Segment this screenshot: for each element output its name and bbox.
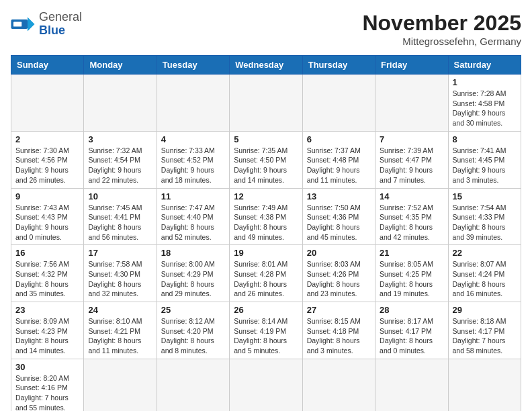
calendar-day-cell: 27Sunrise: 8:15 AM Sunset: 4:18 PM Dayli…: [302, 302, 375, 359]
day-number: 10: [88, 191, 152, 201]
day-number: 18: [161, 248, 225, 258]
day-number: 12: [234, 191, 298, 201]
calendar-day-cell: [157, 75, 229, 132]
day-number: 21: [380, 248, 443, 258]
day-number: 25: [161, 305, 225, 315]
calendar-day-header: Thursday: [302, 56, 375, 75]
calendar-day-cell: 11Sunrise: 7:47 AM Sunset: 4:40 PM Dayli…: [157, 188, 229, 245]
calendar-week-row: 9Sunrise: 7:43 AM Sunset: 4:43 PM Daylig…: [11, 188, 521, 245]
day-info: Sunrise: 7:47 AM Sunset: 4:40 PM Dayligh…: [161, 203, 225, 242]
svg-rect-2: [13, 21, 21, 26]
calendar-day-cell: 30Sunrise: 8:20 AM Sunset: 4:16 PM Dayli…: [11, 359, 84, 411]
calendar-week-row: 30Sunrise: 8:20 AM Sunset: 4:16 PM Dayli…: [11, 359, 521, 411]
calendar-day-header: Saturday: [448, 56, 521, 75]
day-number: 27: [307, 305, 371, 315]
day-info: Sunrise: 8:09 AM Sunset: 4:23 PM Dayligh…: [15, 316, 79, 356]
calendar-day-cell: [375, 75, 448, 132]
month-title: November 2025: [362, 11, 521, 36]
day-info: Sunrise: 7:54 AM Sunset: 4:33 PM Dayligh…: [453, 203, 517, 242]
day-number: 4: [161, 134, 225, 144]
calendar-day-cell: 4Sunrise: 7:33 AM Sunset: 4:52 PM Daylig…: [157, 131, 229, 188]
header: General Blue November 2025 Mittegrossefe…: [11, 11, 521, 47]
day-number: 28: [380, 305, 443, 315]
day-info: Sunrise: 8:18 AM Sunset: 4:17 PM Dayligh…: [453, 316, 517, 356]
day-info: Sunrise: 7:45 AM Sunset: 4:41 PM Dayligh…: [88, 203, 152, 242]
day-info: Sunrise: 7:39 AM Sunset: 4:47 PM Dayligh…: [380, 146, 443, 185]
calendar-day-header: Wednesday: [230, 56, 302, 75]
day-info: Sunrise: 7:50 AM Sunset: 4:36 PM Dayligh…: [307, 203, 371, 242]
calendar-day-cell: [448, 359, 521, 411]
day-info: Sunrise: 8:17 AM Sunset: 4:17 PM Dayligh…: [380, 316, 443, 356]
day-number: 5: [234, 134, 298, 144]
svg-marker-1: [28, 17, 35, 31]
calendar-day-cell: [375, 359, 448, 411]
calendar-day-cell: 16Sunrise: 7:56 AM Sunset: 4:32 PM Dayli…: [11, 245, 84, 302]
calendar-day-cell: 6Sunrise: 7:37 AM Sunset: 4:48 PM Daylig…: [302, 131, 375, 188]
calendar-day-cell: [302, 359, 375, 411]
calendar-day-cell: 22Sunrise: 8:07 AM Sunset: 4:24 PM Dayli…: [448, 245, 521, 302]
calendar-day-cell: 10Sunrise: 7:45 AM Sunset: 4:41 PM Dayli…: [84, 188, 157, 245]
day-info: Sunrise: 7:33 AM Sunset: 4:52 PM Dayligh…: [161, 146, 225, 185]
calendar-day-cell: [230, 75, 302, 132]
location: Mittegrossefehn, Germany: [362, 36, 521, 47]
calendar-day-cell: 29Sunrise: 8:18 AM Sunset: 4:17 PM Dayli…: [448, 302, 521, 359]
calendar-day-cell: 8Sunrise: 7:41 AM Sunset: 4:45 PM Daylig…: [448, 131, 521, 188]
day-number: 8: [453, 134, 517, 144]
day-number: 14: [380, 191, 443, 201]
day-info: Sunrise: 8:10 AM Sunset: 4:21 PM Dayligh…: [88, 316, 152, 356]
calendar-day-cell: [84, 359, 157, 411]
day-info: Sunrise: 8:20 AM Sunset: 4:16 PM Dayligh…: [15, 373, 79, 411]
day-info: Sunrise: 8:15 AM Sunset: 4:18 PM Dayligh…: [307, 316, 371, 356]
calendar-day-cell: 21Sunrise: 8:05 AM Sunset: 4:25 PM Dayli…: [375, 245, 448, 302]
day-info: Sunrise: 7:30 AM Sunset: 4:56 PM Dayligh…: [15, 146, 79, 185]
calendar-day-cell: 28Sunrise: 8:17 AM Sunset: 4:17 PM Dayli…: [375, 302, 448, 359]
day-info: Sunrise: 7:43 AM Sunset: 4:43 PM Dayligh…: [15, 203, 79, 242]
calendar-week-row: 16Sunrise: 7:56 AM Sunset: 4:32 PM Dayli…: [11, 245, 521, 302]
calendar-day-cell: 7Sunrise: 7:39 AM Sunset: 4:47 PM Daylig…: [375, 131, 448, 188]
title-area: November 2025 Mittegrossefehn, Germany: [362, 11, 521, 47]
day-number: 17: [88, 248, 152, 258]
calendar-day-cell: 20Sunrise: 8:03 AM Sunset: 4:26 PM Dayli…: [302, 245, 375, 302]
calendar-day-cell: 23Sunrise: 8:09 AM Sunset: 4:23 PM Dayli…: [11, 302, 84, 359]
calendar-day-cell: 25Sunrise: 8:12 AM Sunset: 4:20 PM Dayli…: [157, 302, 229, 359]
day-number: 3: [88, 134, 152, 144]
calendar-day-cell: 15Sunrise: 7:54 AM Sunset: 4:33 PM Dayli…: [448, 188, 521, 245]
calendar-day-cell: 9Sunrise: 7:43 AM Sunset: 4:43 PM Daylig…: [11, 188, 84, 245]
calendar-day-cell: 17Sunrise: 7:58 AM Sunset: 4:30 PM Dayli…: [84, 245, 157, 302]
logo-blue: Blue: [39, 24, 65, 37]
calendar-day-cell: 12Sunrise: 7:49 AM Sunset: 4:38 PM Dayli…: [230, 188, 302, 245]
day-number: 22: [453, 248, 517, 258]
calendar-day-cell: 24Sunrise: 8:10 AM Sunset: 4:21 PM Dayli…: [84, 302, 157, 359]
day-info: Sunrise: 7:58 AM Sunset: 4:30 PM Dayligh…: [88, 259, 152, 299]
calendar: SundayMondayTuesdayWednesdayThursdayFrid…: [11, 55, 521, 411]
calendar-day-cell: [157, 359, 229, 411]
day-info: Sunrise: 7:35 AM Sunset: 4:50 PM Dayligh…: [234, 146, 298, 185]
day-info: Sunrise: 8:01 AM Sunset: 4:28 PM Dayligh…: [234, 259, 298, 299]
day-number: 26: [234, 305, 298, 315]
calendar-day-cell: 13Sunrise: 7:50 AM Sunset: 4:36 PM Dayli…: [302, 188, 375, 245]
day-number: 11: [161, 191, 225, 201]
logo-text: General Blue: [39, 11, 82, 38]
day-info: Sunrise: 8:14 AM Sunset: 4:19 PM Dayligh…: [234, 316, 298, 356]
calendar-day-cell: 1Sunrise: 7:28 AM Sunset: 4:58 PM Daylig…: [448, 75, 521, 132]
day-info: Sunrise: 8:07 AM Sunset: 4:24 PM Dayligh…: [453, 259, 517, 299]
day-number: 2: [15, 134, 79, 144]
day-info: Sunrise: 8:05 AM Sunset: 4:25 PM Dayligh…: [380, 259, 443, 299]
day-info: Sunrise: 7:28 AM Sunset: 4:58 PM Dayligh…: [453, 89, 517, 128]
day-number: 16: [15, 248, 79, 258]
calendar-day-cell: 18Sunrise: 8:00 AM Sunset: 4:29 PM Dayli…: [157, 245, 229, 302]
calendar-day-header: Tuesday: [157, 56, 229, 75]
day-info: Sunrise: 7:56 AM Sunset: 4:32 PM Dayligh…: [15, 259, 79, 299]
day-number: 29: [453, 305, 517, 315]
day-number: 23: [15, 305, 79, 315]
calendar-week-row: 2Sunrise: 7:30 AM Sunset: 4:56 PM Daylig…: [11, 131, 521, 188]
day-number: 15: [453, 191, 517, 201]
logo-general: General: [39, 10, 82, 24]
logo: General Blue: [11, 11, 82, 38]
day-info: Sunrise: 7:32 AM Sunset: 4:54 PM Dayligh…: [88, 146, 152, 185]
calendar-day-cell: 26Sunrise: 8:14 AM Sunset: 4:19 PM Dayli…: [230, 302, 302, 359]
day-number: 9: [15, 191, 79, 201]
calendar-day-cell: [11, 75, 84, 132]
calendar-header-row: SundayMondayTuesdayWednesdayThursdayFrid…: [11, 56, 521, 75]
calendar-day-header: Sunday: [11, 56, 84, 75]
